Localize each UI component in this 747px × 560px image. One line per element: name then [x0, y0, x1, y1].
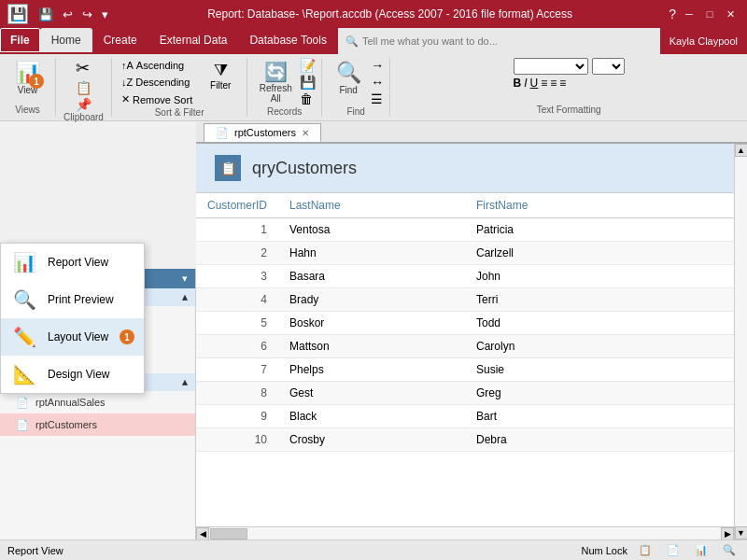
redo-button[interactable]: ↪ [79, 7, 95, 21]
italic-button[interactable]: I [524, 77, 527, 90]
underline-button[interactable]: U [530, 77, 539, 90]
table-row: 8 Gest Greg [196, 382, 734, 405]
replace-icon[interactable]: ↔ [371, 75, 384, 90]
cell-id: 3 [196, 265, 278, 288]
tab-file[interactable]: File [0, 28, 40, 52]
design-view-label: Design View [48, 368, 109, 381]
new-record-icon[interactable]: 📝 [300, 58, 316, 73]
tab-external-data[interactable]: External Data [148, 28, 239, 52]
descending-button[interactable]: ↓Z Descending [118, 75, 196, 90]
cell-id: 8 [196, 382, 278, 405]
cell-lastname: Basara [278, 265, 465, 288]
nav-item-rptannualsales[interactable]: 📄 rptAnnualSales [0, 391, 195, 413]
help-icon[interactable]: ? [669, 7, 676, 21]
cell-id: 6 [196, 335, 278, 358]
sort-filter-content: ↑A Ascending ↓Z Descending ✕ Remove Sort… [118, 58, 241, 107]
status-text: Report View [7, 545, 63, 556]
view-button[interactable]: 📊 1 View [7, 58, 49, 98]
tab-home[interactable]: Home [40, 28, 92, 52]
queries-collapse-icon: ▴ [182, 291, 188, 303]
scroll-track[interactable] [209, 527, 721, 540]
layout-view-badge: 1 [120, 329, 134, 344]
reports-collapse-icon: ▴ [182, 376, 188, 388]
view-menu-item-print[interactable]: 🔍 Print Preview [1, 281, 144, 318]
window-title: Report: Database- \Report.accdb (Access … [111, 7, 669, 21]
align-left-button[interactable]: ≡ [541, 77, 547, 90]
remove-sort-button[interactable]: ✕ Remove Sort [118, 91, 196, 107]
minimize-button[interactable]: ─ [680, 6, 698, 22]
font-family-select[interactable] [514, 58, 588, 75]
v-scroll-track[interactable] [735, 157, 748, 526]
refresh-icon: 🔄 [264, 61, 288, 83]
rptcustomers-icon: 📄 [15, 417, 30, 432]
document-tab-rptcustomers[interactable]: 📄 rptCustomers ✕ [204, 123, 321, 142]
col-lastname: LastName [278, 193, 465, 218]
view-menu-item-design[interactable]: 📐 Design View [1, 356, 144, 393]
nav-item-rptcustomers[interactable]: 📄 rptCustomers [0, 413, 195, 436]
tell-me-input[interactable] [362, 35, 502, 47]
ribbon-group-find: 🔍 Find → ↔ ☰ Find [322, 58, 390, 117]
status-icon-1[interactable]: 📋 [635, 543, 655, 557]
cell-firstname: Carolyn [465, 335, 734, 358]
align-center-button[interactable]: ≡ [550, 77, 557, 90]
table-row: 6 Mattson Carolyn [196, 335, 734, 358]
find-button[interactable]: 🔍 Find [328, 58, 369, 98]
view-icon-wrap: 📊 1 [15, 61, 40, 85]
goto-icon[interactable]: → [371, 58, 384, 73]
paste-icon[interactable]: 📌 [76, 97, 92, 112]
table-row: 7 Phelps Susie [196, 358, 734, 382]
tab-row: 📄 rptCustomers ✕ [200, 121, 747, 143]
ribbon-group-views: 📊 1 View Views [0, 58, 56, 117]
rptannualsales-icon: 📄 [15, 395, 30, 410]
ribbon-toolbar: 📊 1 View Views ✂ 📋 📌 Clipboard ↑A [0, 54, 747, 121]
status-icon-3[interactable]: 📊 [691, 543, 712, 557]
view-menu-item-report[interactable]: 📊 Report View [1, 244, 144, 281]
copy-icon[interactable]: 📋 [76, 80, 92, 95]
tab-create[interactable]: Create [92, 28, 148, 52]
horizontal-scrollbar[interactable]: ◀ ▶ [196, 526, 734, 539]
close-button[interactable]: ✕ [721, 6, 740, 22]
maximize-button[interactable]: □ [700, 6, 719, 22]
bold-button[interactable]: B [514, 77, 522, 90]
view-badge: 1 [29, 74, 44, 89]
cell-lastname: Crosby [278, 428, 465, 452]
tab-close-button[interactable]: ✕ [302, 128, 309, 138]
filter-button[interactable]: ⧩ Filter [200, 58, 241, 93]
table-row: 3 Basara John [196, 265, 734, 288]
scroll-up-arrow[interactable]: ▲ [735, 144, 748, 157]
cut-icon[interactable]: ✂ [76, 58, 92, 78]
delete-record-icon[interactable]: 🗑 [300, 91, 316, 106]
cell-firstname: Terri [465, 288, 734, 312]
report-table-scroll[interactable]: CustomerID LastName FirstName 1 Ventosa … [196, 193, 734, 526]
num-lock-text: Num Lock [581, 545, 627, 556]
font-size-select[interactable] [592, 58, 625, 75]
undo-button[interactable]: ↩ [60, 7, 76, 21]
report-view-icon: 📊 [10, 251, 38, 273]
save-button[interactable]: 💾 [35, 7, 56, 21]
ascending-button[interactable]: ↑A Ascending [118, 58, 196, 73]
cell-lastname: Black [278, 405, 465, 428]
tab-database-tools[interactable]: Database Tools [238, 28, 338, 52]
vertical-scrollbar[interactable]: ▲ ▼ [734, 144, 747, 539]
quick-access-dropdown[interactable]: ▾ [99, 7, 111, 21]
status-right: Num Lock 📋 📄 📊 🔍 [581, 543, 740, 557]
view-menu-item-layout[interactable]: ✏️ Layout View 1 [1, 318, 144, 356]
scroll-thumb[interactable] [210, 528, 247, 539]
status-icon-2[interactable]: 📄 [663, 543, 684, 557]
save-record-icon[interactable]: 💾 [300, 75, 316, 90]
cell-firstname: Bart [465, 405, 734, 428]
refresh-all-button[interactable]: 🔄 RefreshAll [254, 58, 298, 106]
report-table: CustomerID LastName FirstName 1 Ventosa … [196, 193, 734, 452]
print-preview-icon: 🔍 [10, 288, 38, 311]
scroll-right-arrow[interactable]: ▶ [721, 527, 734, 540]
records-group-label: Records [267, 106, 302, 119]
select-icon[interactable]: ☰ [371, 91, 384, 106]
cell-firstname: John [465, 265, 734, 288]
remove-sort-icon: ✕ [121, 93, 130, 105]
sort-col: ↑A Ascending ↓Z Descending ✕ Remove Sort [118, 58, 196, 107]
ribbon-group-text-formatting: B I U ≡ ≡ ≡ Text Formatting [390, 58, 747, 117]
scroll-left-arrow[interactable]: ◀ [196, 527, 209, 540]
scroll-down-arrow[interactable]: ▼ [735, 526, 748, 539]
align-right-button[interactable]: ≡ [559, 77, 566, 90]
status-icon-4[interactable]: 🔍 [719, 543, 740, 557]
